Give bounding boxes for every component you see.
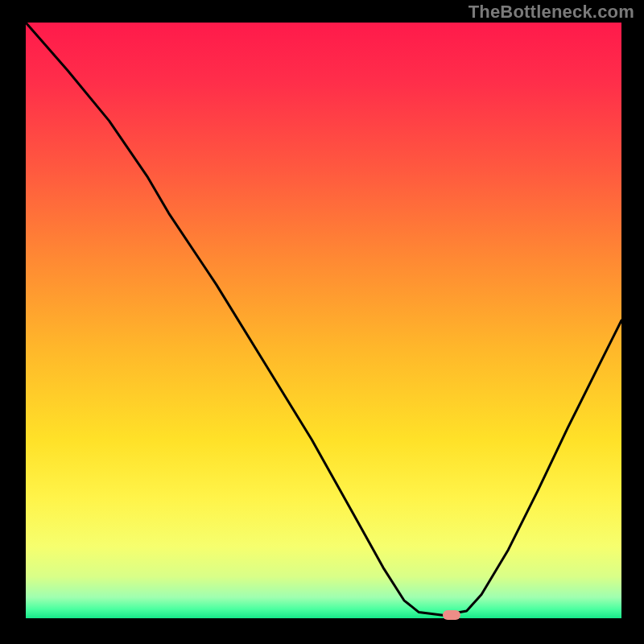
watermark-text: TheBottleneck.com — [469, 2, 634, 23]
plot-background — [26, 23, 621, 618]
optimal-marker — [443, 610, 460, 620]
bottleneck-chart — [0, 0, 644, 644]
chart-frame: TheBottleneck.com — [0, 0, 644, 644]
